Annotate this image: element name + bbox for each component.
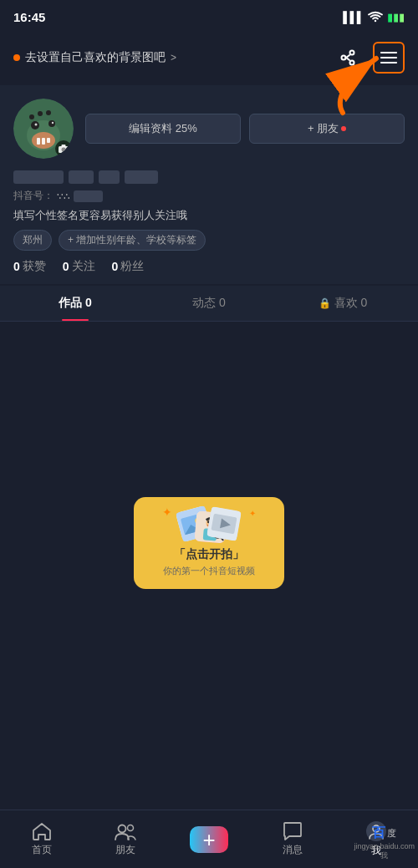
tab-dynamic[interactable]: 动态 0 [142,286,276,321]
name-block-1 [13,170,64,184]
profile-actions: 编辑资料 25% + 朋友 [85,114,405,144]
menu-button[interactable] [373,42,405,74]
header-actions [334,42,405,74]
upload-prompt[interactable]: ✦ ✦ [134,497,284,589]
nav-item-home[interactable]: 首页 [0,815,84,864]
svg-point-11 [48,120,55,127]
svg-point-13 [52,122,54,124]
baidu-brand: 度 [387,827,396,840]
svg-point-15 [38,111,43,116]
nav-item-messages[interactable]: 消息 [251,815,334,864]
plus-icon: + [202,829,215,850]
chevron-right-icon: > [171,52,176,63]
status-icons: ▌▌▌ ▮▮▮ [343,11,405,23]
svg-point-21 [62,148,66,152]
tab-dynamic-label: 动态 0 [192,296,226,311]
baidu-watermark: 百 度 jingyan.baidu.com 我 [354,825,415,861]
name-block-4 [125,170,158,184]
home-icon [32,822,52,840]
baidu-logo-icon: 百 [372,825,385,842]
uid-value-block [74,190,103,202]
following-label: 关注 [72,259,95,274]
message-icon [283,822,303,840]
sparkle-star-2: ✦ [249,509,256,518]
upload-icons: ✦ ✦ [154,509,264,542]
tab-likes[interactable]: 🔒 喜欢 0 [276,286,410,321]
svg-point-12 [35,124,38,126]
status-bar: 16:45 ▌▌▌ ▮▮▮ [0,0,418,33]
share-icon-btn[interactable] [334,44,361,71]
uid-row: 抖音号： ∵∴ [13,189,405,203]
status-time: 16:45 [13,10,45,24]
tags-row: 郑州 + 增加性别年龄、学校等标签 [13,230,405,251]
add-tags-button[interactable]: + 增加性别年龄、学校等标签 [59,230,206,251]
upload-title: 「点击开拍」 [154,547,264,562]
following-stat[interactable]: 0 关注 [63,259,95,274]
camera-overlay-icon [55,140,72,157]
sparkle-star-1: ✦ [162,505,172,519]
add-friend-button[interactable]: + 朋友 [249,114,405,144]
followers-stat[interactable]: 0 粉丝 [112,259,145,274]
create-button[interactable]: + [190,826,228,853]
battery-icon: ▮▮▮ [387,11,405,23]
svg-point-37 [119,825,126,832]
bio-section: 填写个性签名更容易获得别人关注哦 郑州 + 增加性别年龄、学校等标签 [13,208,405,251]
svg-rect-22 [62,145,66,147]
likes-stat[interactable]: 0 获赞 [13,259,46,274]
signal-icon: ▌▌▌ [343,11,364,23]
nav-messages-label: 消息 [283,843,303,857]
username-blocks [13,170,158,184]
nav-item-create[interactable]: + [167,820,251,860]
lock-icon: 🔒 [319,297,331,309]
profile-top: 编辑资料 25% + 朋友 [13,99,405,159]
followers-label: 粉丝 [120,259,144,274]
nav-home-label: 首页 [32,843,52,857]
bio-hint-text: 填写个性签名更容易获得别人关注哦 [13,208,405,223]
svg-point-2 [350,61,354,65]
avatar[interactable] [13,99,74,159]
location-tag[interactable]: 郑州 [13,230,52,251]
nav-item-friends[interactable]: 朋友 [84,815,167,864]
name-block-2 [69,170,94,184]
svg-point-14 [29,114,34,119]
dot-indicator [13,54,20,61]
add-friend-dot [341,126,346,131]
content-area: ✦ ✦ [0,322,418,606]
svg-rect-19 [47,138,50,143]
followers-count: 0 [112,260,119,273]
tab-likes-label: 喜欢 0 [334,296,368,311]
wifi-icon [368,11,383,23]
notification-banner: 去设置自己喜欢的背景图吧 > [13,50,334,65]
tabs-section: 作品 0 动态 0 🔒 喜欢 0 [0,286,418,322]
stats-row: 0 获赞 0 关注 0 粉丝 [13,259,405,274]
uid-prefix: ∵∴ [57,190,70,202]
following-count: 0 [63,260,69,273]
profile-section: 编辑资料 25% + 朋友 抖音号： ∵∴ 填写个性签名更容易获得别人关注哦 郑… [0,85,418,284]
baidu-url: jingyan.baidu.com [354,842,415,850]
photo-card-3 [206,506,242,541]
svg-rect-17 [37,138,40,145]
edit-profile-button[interactable]: 编辑资料 25% [85,114,241,144]
top-header: 去设置自己喜欢的背景图吧 > [0,33,418,82]
tab-works-label: 作品 0 [59,296,92,311]
name-block-3 [99,170,120,184]
username-area [13,170,405,184]
uid-label: 抖音号： [13,189,54,203]
svg-point-0 [350,51,354,55]
upload-subtitle: 你的第一个抖音短视频 [154,565,264,577]
likes-count: 0 [13,260,20,273]
tab-works[interactable]: 作品 0 [8,286,142,321]
tabs-bar: 作品 0 动态 0 🔒 喜欢 0 [0,286,418,322]
baidu-suffix: 我 [380,850,388,861]
add-friend-label: + 朋友 [308,121,339,136]
svg-rect-18 [42,138,45,145]
nav-friends-label: 朋友 [115,843,135,857]
friends-icon [115,822,136,840]
notification-text: 去设置自己喜欢的背景图吧 [25,50,166,65]
svg-point-38 [128,825,134,830]
likes-label: 获赞 [23,259,46,274]
svg-point-16 [46,110,51,115]
svg-point-1 [342,56,346,60]
